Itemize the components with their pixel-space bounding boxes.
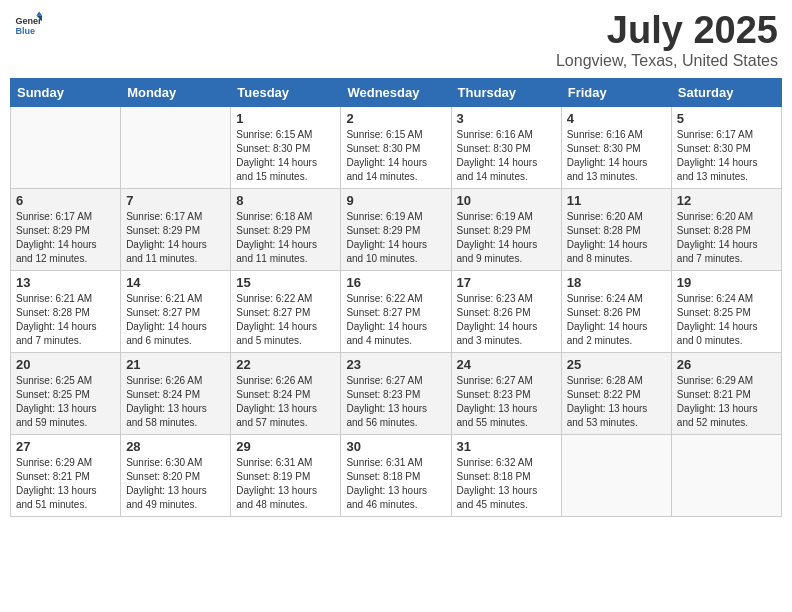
day-number: 10 xyxy=(457,193,556,208)
page-header: General Blue July 2025 Longview, Texas, … xyxy=(10,10,782,70)
calendar-day-cell: 30Sunrise: 6:31 AM Sunset: 8:18 PM Dayli… xyxy=(341,434,451,516)
day-number: 6 xyxy=(16,193,115,208)
title-section: July 2025 Longview, Texas, United States xyxy=(556,10,778,70)
day-info: Sunrise: 6:29 AM Sunset: 8:21 PM Dayligh… xyxy=(677,374,776,430)
weekday-header-wednesday: Wednesday xyxy=(341,78,451,106)
calendar-day-cell: 17Sunrise: 6:23 AM Sunset: 8:26 PM Dayli… xyxy=(451,270,561,352)
day-number: 20 xyxy=(16,357,115,372)
day-number: 2 xyxy=(346,111,445,126)
day-number: 11 xyxy=(567,193,666,208)
weekday-header-sunday: Sunday xyxy=(11,78,121,106)
day-info: Sunrise: 6:32 AM Sunset: 8:18 PM Dayligh… xyxy=(457,456,556,512)
calendar-day-cell xyxy=(561,434,671,516)
day-number: 27 xyxy=(16,439,115,454)
calendar-week-row: 13Sunrise: 6:21 AM Sunset: 8:28 PM Dayli… xyxy=(11,270,782,352)
day-number: 12 xyxy=(677,193,776,208)
day-info: Sunrise: 6:17 AM Sunset: 8:29 PM Dayligh… xyxy=(126,210,225,266)
day-number: 19 xyxy=(677,275,776,290)
location-title: Longview, Texas, United States xyxy=(556,52,778,70)
day-number: 24 xyxy=(457,357,556,372)
calendar-day-cell: 10Sunrise: 6:19 AM Sunset: 8:29 PM Dayli… xyxy=(451,188,561,270)
day-number: 7 xyxy=(126,193,225,208)
day-number: 28 xyxy=(126,439,225,454)
weekday-header-tuesday: Tuesday xyxy=(231,78,341,106)
day-info: Sunrise: 6:20 AM Sunset: 8:28 PM Dayligh… xyxy=(677,210,776,266)
calendar-day-cell: 27Sunrise: 6:29 AM Sunset: 8:21 PM Dayli… xyxy=(11,434,121,516)
day-number: 25 xyxy=(567,357,666,372)
month-title: July 2025 xyxy=(556,10,778,52)
day-number: 30 xyxy=(346,439,445,454)
svg-marker-2 xyxy=(36,11,42,15)
calendar-week-row: 27Sunrise: 6:29 AM Sunset: 8:21 PM Dayli… xyxy=(11,434,782,516)
day-number: 3 xyxy=(457,111,556,126)
day-number: 14 xyxy=(126,275,225,290)
day-info: Sunrise: 6:23 AM Sunset: 8:26 PM Dayligh… xyxy=(457,292,556,348)
day-info: Sunrise: 6:31 AM Sunset: 8:19 PM Dayligh… xyxy=(236,456,335,512)
calendar-day-cell: 13Sunrise: 6:21 AM Sunset: 8:28 PM Dayli… xyxy=(11,270,121,352)
day-info: Sunrise: 6:25 AM Sunset: 8:25 PM Dayligh… xyxy=(16,374,115,430)
weekday-header-saturday: Saturday xyxy=(671,78,781,106)
calendar-day-cell: 20Sunrise: 6:25 AM Sunset: 8:25 PM Dayli… xyxy=(11,352,121,434)
day-number: 8 xyxy=(236,193,335,208)
day-info: Sunrise: 6:20 AM Sunset: 8:28 PM Dayligh… xyxy=(567,210,666,266)
logo: General Blue xyxy=(14,10,42,38)
weekday-header-thursday: Thursday xyxy=(451,78,561,106)
svg-text:General: General xyxy=(15,16,42,26)
calendar-week-row: 6Sunrise: 6:17 AM Sunset: 8:29 PM Daylig… xyxy=(11,188,782,270)
day-info: Sunrise: 6:16 AM Sunset: 8:30 PM Dayligh… xyxy=(457,128,556,184)
day-number: 15 xyxy=(236,275,335,290)
day-info: Sunrise: 6:27 AM Sunset: 8:23 PM Dayligh… xyxy=(346,374,445,430)
calendar-week-row: 1Sunrise: 6:15 AM Sunset: 8:30 PM Daylig… xyxy=(11,106,782,188)
calendar-day-cell: 4Sunrise: 6:16 AM Sunset: 8:30 PM Daylig… xyxy=(561,106,671,188)
day-number: 4 xyxy=(567,111,666,126)
weekday-header-monday: Monday xyxy=(121,78,231,106)
day-info: Sunrise: 6:21 AM Sunset: 8:28 PM Dayligh… xyxy=(16,292,115,348)
day-info: Sunrise: 6:21 AM Sunset: 8:27 PM Dayligh… xyxy=(126,292,225,348)
calendar-week-row: 20Sunrise: 6:25 AM Sunset: 8:25 PM Dayli… xyxy=(11,352,782,434)
day-number: 23 xyxy=(346,357,445,372)
calendar-day-cell: 18Sunrise: 6:24 AM Sunset: 8:26 PM Dayli… xyxy=(561,270,671,352)
calendar-day-cell: 2Sunrise: 6:15 AM Sunset: 8:30 PM Daylig… xyxy=(341,106,451,188)
calendar-day-cell: 16Sunrise: 6:22 AM Sunset: 8:27 PM Dayli… xyxy=(341,270,451,352)
day-info: Sunrise: 6:28 AM Sunset: 8:22 PM Dayligh… xyxy=(567,374,666,430)
day-number: 1 xyxy=(236,111,335,126)
day-info: Sunrise: 6:26 AM Sunset: 8:24 PM Dayligh… xyxy=(126,374,225,430)
day-info: Sunrise: 6:29 AM Sunset: 8:21 PM Dayligh… xyxy=(16,456,115,512)
calendar-day-cell: 6Sunrise: 6:17 AM Sunset: 8:29 PM Daylig… xyxy=(11,188,121,270)
calendar-day-cell xyxy=(121,106,231,188)
calendar-day-cell: 7Sunrise: 6:17 AM Sunset: 8:29 PM Daylig… xyxy=(121,188,231,270)
calendar-day-cell: 21Sunrise: 6:26 AM Sunset: 8:24 PM Dayli… xyxy=(121,352,231,434)
day-number: 16 xyxy=(346,275,445,290)
day-info: Sunrise: 6:24 AM Sunset: 8:26 PM Dayligh… xyxy=(567,292,666,348)
day-info: Sunrise: 6:30 AM Sunset: 8:20 PM Dayligh… xyxy=(126,456,225,512)
calendar-day-cell: 14Sunrise: 6:21 AM Sunset: 8:27 PM Dayli… xyxy=(121,270,231,352)
calendar-day-cell: 15Sunrise: 6:22 AM Sunset: 8:27 PM Dayli… xyxy=(231,270,341,352)
day-info: Sunrise: 6:17 AM Sunset: 8:30 PM Dayligh… xyxy=(677,128,776,184)
calendar-day-cell: 26Sunrise: 6:29 AM Sunset: 8:21 PM Dayli… xyxy=(671,352,781,434)
svg-text:Blue: Blue xyxy=(15,26,35,36)
day-number: 29 xyxy=(236,439,335,454)
calendar-day-cell: 28Sunrise: 6:30 AM Sunset: 8:20 PM Dayli… xyxy=(121,434,231,516)
day-info: Sunrise: 6:18 AM Sunset: 8:29 PM Dayligh… xyxy=(236,210,335,266)
day-info: Sunrise: 6:15 AM Sunset: 8:30 PM Dayligh… xyxy=(236,128,335,184)
calendar-day-cell: 5Sunrise: 6:17 AM Sunset: 8:30 PM Daylig… xyxy=(671,106,781,188)
calendar-day-cell: 12Sunrise: 6:20 AM Sunset: 8:28 PM Dayli… xyxy=(671,188,781,270)
calendar-day-cell: 11Sunrise: 6:20 AM Sunset: 8:28 PM Dayli… xyxy=(561,188,671,270)
weekday-header-friday: Friday xyxy=(561,78,671,106)
calendar-table: SundayMondayTuesdayWednesdayThursdayFrid… xyxy=(10,78,782,517)
logo-icon: General Blue xyxy=(14,10,42,38)
day-number: 9 xyxy=(346,193,445,208)
calendar-day-cell: 9Sunrise: 6:19 AM Sunset: 8:29 PM Daylig… xyxy=(341,188,451,270)
day-number: 18 xyxy=(567,275,666,290)
calendar-day-cell: 8Sunrise: 6:18 AM Sunset: 8:29 PM Daylig… xyxy=(231,188,341,270)
day-info: Sunrise: 6:16 AM Sunset: 8:30 PM Dayligh… xyxy=(567,128,666,184)
day-info: Sunrise: 6:27 AM Sunset: 8:23 PM Dayligh… xyxy=(457,374,556,430)
calendar-day-cell xyxy=(671,434,781,516)
day-info: Sunrise: 6:31 AM Sunset: 8:18 PM Dayligh… xyxy=(346,456,445,512)
day-info: Sunrise: 6:22 AM Sunset: 8:27 PM Dayligh… xyxy=(346,292,445,348)
day-number: 13 xyxy=(16,275,115,290)
calendar-day-cell: 25Sunrise: 6:28 AM Sunset: 8:22 PM Dayli… xyxy=(561,352,671,434)
calendar-day-cell: 3Sunrise: 6:16 AM Sunset: 8:30 PM Daylig… xyxy=(451,106,561,188)
day-info: Sunrise: 6:22 AM Sunset: 8:27 PM Dayligh… xyxy=(236,292,335,348)
calendar-day-cell: 23Sunrise: 6:27 AM Sunset: 8:23 PM Dayli… xyxy=(341,352,451,434)
